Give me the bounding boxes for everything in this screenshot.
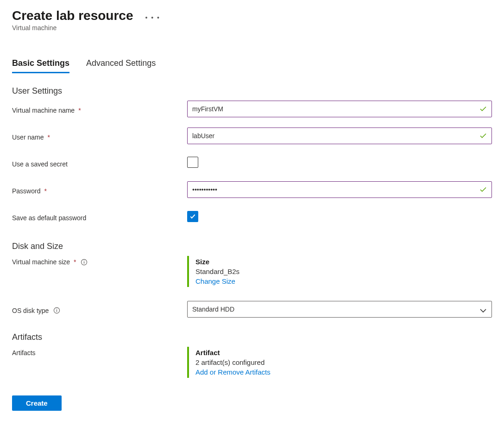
svg-rect-1 bbox=[84, 261, 84, 263]
checkmark-icon bbox=[479, 185, 487, 194]
vm-name-label: Virtual machine name* bbox=[12, 104, 187, 114]
required-indicator: * bbox=[78, 107, 81, 114]
tab-basic-settings[interactable]: Basic Settings bbox=[12, 58, 69, 73]
vm-size-label: Virtual machine size* bbox=[12, 256, 187, 266]
save-default-password-checkbox[interactable] bbox=[187, 211, 198, 222]
tabs: Basic Settings Advanced Settings bbox=[12, 58, 492, 73]
required-indicator: * bbox=[74, 258, 76, 266]
vm-size-title: Size bbox=[195, 258, 492, 266]
artifacts-label: Artifacts bbox=[12, 347, 187, 357]
vm-name-input[interactable] bbox=[187, 101, 492, 117]
tab-advanced-settings[interactable]: Advanced Settings bbox=[86, 58, 156, 73]
vm-size-block: Size Standard_B2s Change Size bbox=[187, 256, 492, 287]
checkmark-icon bbox=[479, 132, 487, 140]
saved-secret-label: Use a saved secret bbox=[12, 158, 187, 168]
section-user-settings: User Settings bbox=[12, 86, 492, 96]
change-size-link[interactable]: Change Size bbox=[195, 277, 492, 285]
info-icon[interactable] bbox=[81, 259, 88, 266]
saved-secret-checkbox[interactable] bbox=[187, 157, 198, 168]
artifacts-title: Artifact bbox=[195, 349, 492, 357]
more-button[interactable]: • • • bbox=[145, 14, 160, 23]
svg-rect-4 bbox=[57, 310, 57, 312]
password-input[interactable] bbox=[187, 181, 492, 198]
artifacts-value: 2 artifact(s) configured bbox=[195, 358, 492, 366]
os-disk-type-label: OS disk type bbox=[12, 305, 187, 314]
user-name-input[interactable] bbox=[187, 127, 492, 144]
svg-rect-5 bbox=[57, 309, 57, 309]
artifacts-block: Artifact 2 artifact(s) configured Add or… bbox=[187, 347, 492, 378]
section-disk-and-size: Disk and Size bbox=[12, 242, 492, 251]
os-disk-type-select[interactable]: Standard HDD bbox=[187, 301, 492, 318]
checkmark-icon bbox=[479, 105, 487, 113]
info-icon[interactable] bbox=[53, 307, 60, 314]
svg-rect-2 bbox=[84, 261, 84, 261]
add-remove-artifacts-link[interactable]: Add or Remove Artifacts bbox=[195, 368, 492, 376]
create-button[interactable]: Create bbox=[12, 395, 62, 411]
vm-size-value: Standard_B2s bbox=[195, 268, 492, 275]
required-indicator: * bbox=[47, 134, 50, 141]
required-indicator: * bbox=[44, 187, 46, 195]
password-label: Password* bbox=[12, 185, 187, 195]
section-artifacts: Artifacts bbox=[12, 332, 492, 342]
user-name-label: User name* bbox=[12, 131, 187, 141]
page-title: Create lab resource bbox=[12, 8, 133, 23]
page-subtitle: Virtual machine bbox=[12, 24, 492, 32]
save-default-password-label: Save as default password bbox=[12, 212, 187, 222]
